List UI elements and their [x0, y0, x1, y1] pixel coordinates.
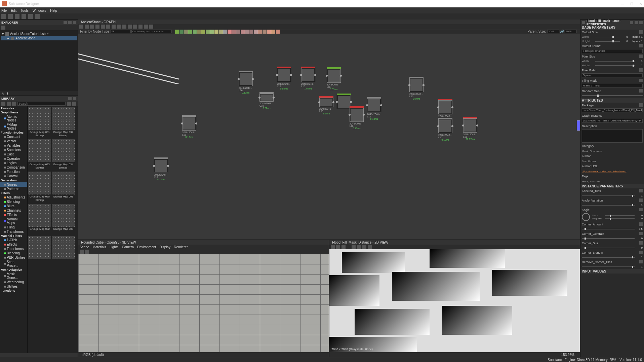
- material-swatch[interactable]: [179, 30, 184, 34]
- search-input[interactable]: [17, 102, 66, 106]
- reset-icon[interactable]: [639, 198, 643, 202]
- snapshot-icon[interactable]: [90, 25, 94, 29]
- library-category[interactable]: Logical: [0, 161, 27, 165]
- menu-help[interactable]: Help: [50, 9, 57, 12]
- library-category[interactable]: Blending: [0, 251, 27, 255]
- histogram-icon[interactable]: [368, 245, 372, 249]
- save-icon[interactable]: [15, 14, 19, 19]
- corner-blur-slider[interactable]: [582, 248, 635, 248]
- reset-icon[interactable]: [639, 89, 643, 93]
- library-thumbnail[interactable]: Grunge Map 003: [52, 204, 75, 236]
- home-icon[interactable]: [1, 102, 5, 106]
- edit-icon[interactable]: [12, 102, 16, 106]
- info-graph-icon[interactable]: [149, 25, 153, 29]
- graph-node[interactable]: [337, 94, 351, 109]
- graph-canvas[interactable]: 2048x2048 - L160.13ms2048x2048 - L160.88…: [78, 34, 580, 240]
- graph-node[interactable]: 2048x2048 - L160.13ms: [350, 106, 364, 130]
- graph-node[interactable]: 2048x2048 - L160.13ms: [367, 97, 381, 120]
- reset-icon[interactable]: [639, 30, 643, 34]
- library-thumbnail[interactable]: [52, 236, 75, 268]
- align-v-icon[interactable]: [112, 25, 116, 29]
- material-swatch[interactable]: [201, 30, 205, 34]
- library-category[interactable]: Cast: [0, 152, 27, 156]
- parent-width-input[interactable]: [547, 30, 559, 33]
- maximize-panel-icon[interactable]: [635, 21, 638, 24]
- library-category[interactable]: 1-Click: [0, 238, 27, 242]
- graph-node[interactable]: 2048x2048 - L160.13ms: [438, 118, 452, 141]
- library-category[interactable]: FxMap Nodes: [0, 122, 27, 131]
- pin-icon[interactable]: [64, 21, 67, 24]
- parent-height-input[interactable]: [565, 30, 577, 33]
- focus-icon[interactable]: [95, 25, 99, 29]
- material-swatch[interactable]: [223, 30, 227, 34]
- filter-type-select[interactable]: [111, 30, 131, 33]
- material-swatch[interactable]: [184, 30, 188, 34]
- library-category[interactable]: Transforms: [0, 247, 27, 251]
- random-seed-slider[interactable]: [582, 95, 643, 96]
- graph-node[interactable]: 2048x2048 - L161.64ms: [409, 77, 424, 100]
- library-category[interactable]: Material Filters: [0, 234, 27, 238]
- grid-icon[interactable]: [117, 25, 121, 29]
- explorer-tree[interactable]: ▾AncientStoneTutorial.sbs* ▸AncientStone: [0, 30, 78, 91]
- reset-icon[interactable]: [639, 68, 643, 72]
- library-category[interactable]: Patterns: [0, 187, 27, 191]
- library-category[interactable]: Tiling: [0, 225, 27, 229]
- material-swatch[interactable]: [214, 30, 218, 34]
- material-swatch[interactable]: [263, 30, 267, 34]
- library-category[interactable]: Adjustments: [0, 195, 27, 200]
- grid2d-icon[interactable]: [352, 245, 356, 249]
- mesh-icon[interactable]: [85, 250, 89, 254]
- redo-icon[interactable]: [35, 14, 40, 19]
- graph-node[interactable]: 2048x2048 - L160.03ms: [327, 67, 341, 90]
- menu-edit[interactable]: Edit: [11, 9, 16, 12]
- material-swatch[interactable]: [188, 30, 192, 34]
- library-thumbnail[interactable]: Grunge Map 031 Bitmap: [28, 107, 51, 139]
- graph-node[interactable]: 2048x2048 - L160.13ms: [154, 157, 168, 181]
- view3d-viewport[interactable]: [78, 254, 329, 352]
- material-swatch[interactable]: [271, 30, 275, 34]
- ps-width-slider[interactable]: [595, 61, 635, 62]
- library-thumbnail[interactable]: Grunge Map 032 Bitmap: [52, 107, 75, 139]
- library-category[interactable]: Control: [0, 174, 27, 178]
- library-category[interactable]: Variables: [0, 143, 27, 148]
- reset-icon[interactable]: [639, 44, 643, 47]
- library-category[interactable]: Effects: [0, 213, 27, 217]
- library-category[interactable]: Blending: [0, 200, 27, 204]
- material-swatch[interactable]: [245, 30, 249, 34]
- reset-icon[interactable]: [639, 79, 643, 82]
- pixel-ratio-select[interactable]: Square: [582, 73, 643, 77]
- graph-node[interactable]: 2048x2048 - L162.84ms: [319, 96, 333, 115]
- close-panel-icon[interactable]: [73, 21, 76, 24]
- author-url-link[interactable]: https://www.artstation.com/stanbrown: [582, 170, 627, 173]
- library-category[interactable]: Functions: [0, 289, 27, 293]
- material-swatch[interactable]: [206, 30, 210, 34]
- library-category[interactable]: Filters: [0, 191, 27, 195]
- library-category[interactable]: Mask Gene...: [0, 272, 27, 280]
- library-category[interactable]: Channels: [0, 208, 27, 213]
- reset-icon[interactable]: [639, 222, 643, 226]
- align-h-icon[interactable]: [106, 25, 110, 29]
- graph-node[interactable]: 2048x2048 - L160.13ms: [239, 71, 253, 94]
- info-icon[interactable]: ℹ: [7, 92, 8, 95]
- resize-icon[interactable]: ⤡: [1, 92, 4, 95]
- corner-contrast-slider[interactable]: [582, 238, 635, 239]
- reset-icon[interactable]: [639, 260, 643, 263]
- menu-display[interactable]: Display: [159, 245, 170, 249]
- close-button[interactable]: ✕: [639, 2, 642, 6]
- minimize-button[interactable]: —: [621, 2, 624, 6]
- home-view-icon[interactable]: [79, 25, 83, 29]
- view2d-viewport[interactable]: 2048 x 2048 (Grayscale, 8bpc): [329, 249, 580, 352]
- reset-camera-icon[interactable]: [80, 250, 84, 254]
- reset-icon[interactable]: [639, 189, 643, 192]
- library-category[interactable]: Mesh Adaptive: [0, 268, 27, 272]
- maximize-button[interactable]: ☐: [630, 2, 633, 6]
- colorspace-label[interactable]: sRGB (default): [82, 353, 104, 357]
- maximize-panel-icon[interactable]: [68, 21, 72, 24]
- reset-icon[interactable]: [639, 232, 643, 235]
- material-swatch[interactable]: [236, 30, 240, 34]
- remove-corner-tiles-slider[interactable]: [582, 266, 635, 267]
- material-swatch[interactable]: [249, 30, 253, 34]
- graph-node[interactable]: 2048x2048 - L160.13ms: [182, 115, 196, 138]
- save-image-icon[interactable]: [331, 245, 335, 249]
- library-category[interactable]: Vector: [0, 139, 27, 143]
